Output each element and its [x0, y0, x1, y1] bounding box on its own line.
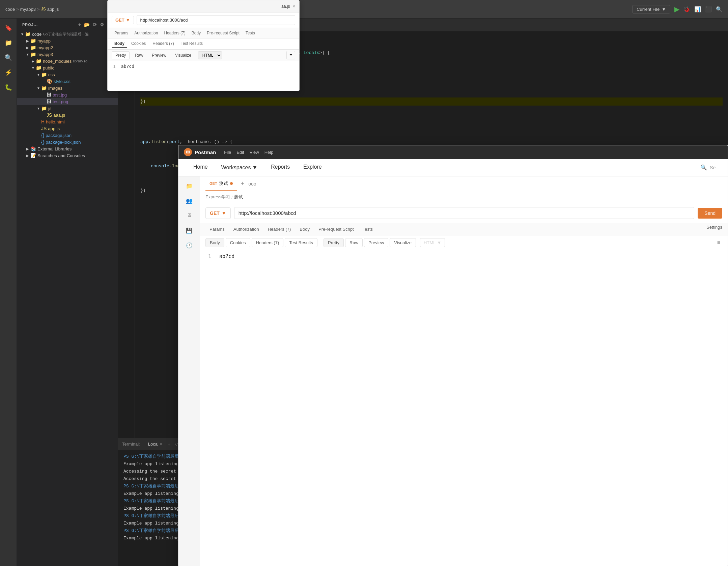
sm-body-tab-body[interactable]: Body [112, 40, 127, 48]
tree-item-css[interactable]: ▼ 📁 css [17, 71, 118, 78]
rtab-auth[interactable]: Authorization [229, 225, 263, 234]
postman-small-method[interactable]: GET ▼ [112, 16, 134, 24]
sm-body-tab-cookies[interactable]: Cookies [129, 40, 148, 48]
run-button[interactable]: ▶ [674, 5, 679, 13]
refresh-icon[interactable]: ⟳ [93, 22, 97, 27]
tree-item-package-lock[interactable]: ▶ {} package-lock.json [17, 139, 118, 145]
tree-item-myapp[interactable]: ▶ 📁 myapp [17, 37, 118, 44]
sidebar-clock-icon[interactable]: 🕐 [183, 238, 196, 252]
tree-item-test-jpg[interactable]: ▶ 🖼 test.jpg [17, 91, 118, 98]
sm-view-visualize[interactable]: Visualize [172, 52, 195, 59]
tree-item-app-js[interactable]: ▶ JS app.js [17, 125, 118, 132]
sidebar-monitor-icon[interactable]: 🖥 [183, 209, 196, 222]
sm-view-preview[interactable]: Preview [148, 52, 170, 59]
tree-item-images[interactable]: ▼ 📁 images [17, 85, 118, 91]
sm-tab-params[interactable]: Params [112, 29, 131, 37]
resp-btn-headers[interactable]: Headers (7) [252, 238, 284, 247]
tree-item-myapp2[interactable]: ▶ 📁 myapp2 [17, 44, 118, 51]
sidebar-folder-icon[interactable]: 📁 [183, 179, 196, 193]
tree-item-public[interactable]: ▼ 📁 public [17, 64, 118, 71]
arrow-node-modules: ▶ [30, 59, 36, 63]
activity-icon-bookmark[interactable]: 🔖 [2, 21, 15, 35]
tree-item-style-css[interactable]: ▶ 🎨 style.css [17, 78, 118, 85]
menu-help[interactable]: Help [264, 150, 274, 155]
activity-icon-files[interactable]: 📁 [2, 36, 15, 50]
terminal-tab-local[interactable]: Local × [145, 440, 165, 448]
settings-icon[interactable]: ⚙ [100, 22, 105, 27]
menu-edit[interactable]: Edit [236, 150, 244, 155]
tree-item-external-libs[interactable]: ▶ 📚 External Libraries [17, 145, 118, 152]
nav-explore[interactable]: Explore [297, 159, 328, 176]
tree-item-aaa-js[interactable]: ▶ JS aaa.js [17, 112, 118, 118]
url-input[interactable] [234, 207, 695, 219]
sm-tab-headers[interactable]: Headers (7) [161, 29, 188, 37]
sm-view-raw[interactable]: Raw [132, 52, 146, 59]
rtab-body[interactable]: Body [296, 225, 314, 234]
sidebar-save-icon[interactable]: 💾 [183, 224, 196, 237]
nav-home[interactable]: Home [187, 159, 215, 176]
resp-filter-icon[interactable]: ≡ [715, 237, 722, 248]
sm-tab-body[interactable]: Body [189, 29, 203, 37]
activity-icon-git[interactable]: ⚡ [2, 66, 15, 79]
request-tab-get-test[interactable]: GET 测试 [205, 177, 237, 191]
library-icon: 📚 [30, 146, 36, 151]
nav-reports[interactable]: Reports [264, 159, 297, 176]
resp-format-preview[interactable]: Preview [364, 238, 388, 247]
stop-button[interactable]: ⬛ [705, 6, 712, 12]
tab-add-button[interactable]: + [238, 180, 247, 187]
terminal-tab-close[interactable]: × [160, 442, 162, 446]
resp-format-raw[interactable]: Raw [345, 238, 363, 247]
postman-small-close-icon[interactable]: × [292, 4, 295, 9]
sm-body-tab-headers[interactable]: Headers (7) [150, 40, 176, 48]
sidebar-people-icon[interactable]: 👥 [183, 194, 196, 207]
tree-item-package-json[interactable]: ▶ {} package.json [17, 132, 118, 139]
sm-tab-prerequest[interactable]: Pre-request Script [204, 29, 242, 37]
postman-small-file-tab[interactable]: aa.js [281, 4, 290, 9]
add-file-icon[interactable]: + [78, 22, 81, 27]
rtab-tests[interactable]: Tests [359, 225, 377, 234]
tree-item-node-modules[interactable]: ▶ 📁 node_modules library ro... [17, 58, 118, 64]
add-folder-icon[interactable]: 📂 [84, 22, 90, 27]
terminal-menu-button[interactable]: ▽ [175, 442, 178, 447]
activity-icon-search[interactable]: 🔍 [2, 51, 15, 64]
sm-body-tab-test-results[interactable]: Test Results [178, 40, 205, 48]
resp-format-pretty[interactable]: Pretty [324, 238, 344, 247]
sm-tab-auth[interactable]: Authorization [132, 29, 161, 37]
postman-small-url-input[interactable] [137, 15, 295, 25]
run-config-button[interactable]: Current File ▼ [632, 5, 670, 13]
sm-view-pretty[interactable]: Pretty [112, 51, 130, 59]
tab-more-button[interactable]: ooo [248, 181, 256, 187]
resp-btn-cookies[interactable]: Cookies [226, 238, 250, 247]
sm-tab-tests[interactable]: Tests [243, 29, 258, 37]
tree-item-myapp3[interactable]: ▼ 📁 myapp3 [17, 51, 118, 58]
tree-item-scratches[interactable]: ▶ 📝 Scratches and Consoles [17, 152, 118, 159]
nav-workspaces[interactable]: Workspaces ▼ [215, 160, 264, 175]
search-text[interactable]: Se... [710, 165, 720, 170]
tree-item-test-png[interactable]: ▶ 🖼 test.png [17, 98, 118, 105]
postman-main-window: ✉ Postman File Edit View Help Home Works… [178, 145, 728, 566]
menu-file[interactable]: File [224, 150, 231, 155]
sm-html-select[interactable]: HTML [198, 51, 222, 59]
resp-format-visualize[interactable]: Visualize [390, 238, 416, 247]
coverage-button[interactable]: 📊 [694, 6, 701, 12]
sm-filter-button[interactable]: ≡ [286, 51, 295, 59]
tree-item-js[interactable]: ▼ 📁 js [17, 105, 118, 112]
terminal-add-button[interactable]: + [167, 441, 170, 447]
resp-html-selector[interactable]: HTML ▼ [420, 238, 445, 247]
activity-icon-debug[interactable]: 🐛 [2, 81, 15, 94]
rtab-headers[interactable]: Headers (7) [264, 225, 295, 234]
rtab-settings[interactable]: Settings [706, 225, 722, 234]
postman-breadcrumb: Express学习 / 测试 [200, 191, 728, 203]
search-button[interactable]: 🔍 [716, 6, 723, 12]
label-test-png: test.png [53, 99, 68, 104]
menu-view[interactable]: View [250, 150, 259, 155]
method-selector[interactable]: GET ▼ [205, 207, 231, 219]
resp-btn-test-results[interactable]: Test Results [285, 238, 317, 247]
resp-btn-body[interactable]: Body [205, 238, 224, 247]
rtab-params[interactable]: Params [205, 225, 229, 234]
rtab-prerequest[interactable]: Pre-request Script [314, 225, 358, 234]
tree-item-root[interactable]: ▼ 📁 code G:\丁家雄自学前端最后一遍 [17, 31, 118, 37]
send-button[interactable]: Send [698, 208, 722, 219]
debug-button[interactable]: 🐞 [683, 6, 690, 12]
tree-item-hello-html[interactable]: ▶ H hello.html [17, 118, 118, 125]
